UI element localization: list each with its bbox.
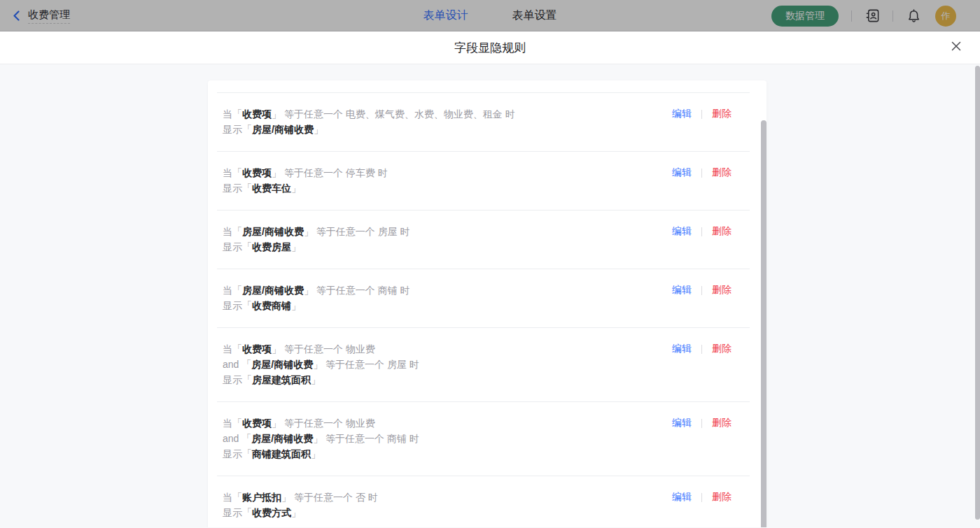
rule-text-segment: 」 (291, 507, 301, 518)
rule-row: 当「房屋/商铺收费」 等于任意一个 商铺 时显示「收费商铺」 编辑 删除 (217, 269, 750, 328)
contacts-icon[interactable] (864, 8, 880, 24)
rule-line: 当「房屋/商铺收费」 等于任意一个 商铺 时 (223, 283, 672, 298)
clipped-row (217, 80, 750, 93)
action-divider (701, 286, 702, 295)
rule-text-segment: 「 (232, 226, 242, 237)
delete-button[interactable]: 删除 (712, 225, 732, 238)
delete-button[interactable]: 删除 (712, 166, 732, 179)
divider (851, 10, 852, 22)
rule-text: 当「收费项」 等于任意一个 物业费and 「房屋/商铺收费」 等于任意一个 房屋… (217, 341, 672, 387)
action-divider (701, 227, 702, 236)
edit-button[interactable]: 编辑 (672, 343, 692, 355)
edit-button[interactable]: 编辑 (672, 166, 692, 179)
rule-text-segment: 等于任意一个 物业费 (281, 418, 375, 429)
avatar[interactable]: 作 (935, 6, 956, 27)
card-scrollbar-thumb[interactable] (761, 120, 766, 527)
rule-text-segment: 」 (311, 374, 321, 385)
rule-text-segment: 等于任意一个 商铺 时 (323, 433, 419, 444)
rule-text: 当「收费项」 等于任意一个 电费、煤气费、水费、物业费、租金 时显示「房屋/商铺… (217, 106, 672, 137)
data-manage-button[interactable]: 数据管理 (771, 6, 839, 27)
rule-text-segment: 「 (242, 507, 252, 518)
rule-text: 当「账户抵扣」 等于任意一个 否 时显示「收费方式」 (217, 490, 672, 520)
rule-line: and 「房屋/商铺收费」 等于任意一个 商铺 时 (223, 431, 672, 446)
rule-line: 显示「商铺建筑面积」 (223, 446, 672, 462)
rule-actions: 编辑 删除 (672, 283, 732, 298)
rule-text: 当「房屋/商铺收费」 等于任意一个 房屋 时显示「收费房屋」 (217, 224, 672, 255)
rule-text-segment: 」 (272, 343, 281, 355)
delete-button[interactable]: 删除 (712, 343, 732, 355)
edit-button[interactable]: 编辑 (672, 491, 692, 504)
rule-text-segment: 当 (223, 226, 232, 237)
modal-body: 当「收费项」 等于任意一个 电费、煤气费、水费、物业费、租金 时显示「房屋/商铺… (0, 64, 980, 527)
rule-text-segment: 等于任意一个 停车费 时 (281, 167, 388, 178)
close-icon (951, 41, 962, 55)
rule-text-segment: 显示 (223, 374, 242, 385)
field-name: 房屋/商铺收费 (252, 124, 314, 135)
back-icon (11, 10, 22, 21)
rule-row: 当「收费项」 等于任意一个 电费、煤气费、水费、物业费、租金 时显示「房屋/商铺… (217, 93, 750, 152)
rule-text-segment: 当 (223, 285, 232, 296)
rule-text: 当「收费项」 等于任意一个 物业费and 「房屋/商铺收费」 等于任意一个 商铺… (217, 415, 672, 462)
rule-text-segment: 当 (223, 108, 232, 120)
rule-text-segment: 「 (232, 492, 242, 503)
edit-button[interactable]: 编辑 (672, 225, 692, 238)
edit-button[interactable]: 编辑 (672, 108, 692, 120)
topbar-tabs: 表单设计 表单设置 (424, 0, 557, 31)
delete-button[interactable]: 删除 (712, 284, 732, 297)
modal-title: 字段显隐规则 (0, 31, 980, 64)
rule-text-segment: 」 (291, 183, 301, 194)
rule-text-segment: 显示 (223, 448, 242, 459)
rule-actions: 编辑 删除 (672, 165, 732, 180)
edit-button[interactable]: 编辑 (672, 284, 692, 297)
rule-text-segment: 」 (272, 418, 281, 429)
rule-text-segment: 「 (241, 359, 251, 370)
rule-text-segment: 显示 (223, 183, 242, 194)
form-name-label[interactable]: 收费管理 (28, 8, 70, 24)
field-name: 收费项 (242, 167, 272, 178)
action-divider (701, 419, 702, 428)
tab-form-design[interactable]: 表单设计 (424, 8, 468, 23)
field-name: 收费项 (242, 108, 272, 120)
field-name: 房屋/商铺收费 (251, 433, 313, 444)
back-button[interactable]: 收费管理 (11, 0, 70, 31)
rule-text: 当「房屋/商铺收费」 等于任意一个 商铺 时显示「收费商铺」 (217, 283, 672, 313)
rule-line: 当「账户抵扣」 等于任意一个 否 时 (223, 490, 672, 505)
rule-text-segment: 当 (223, 492, 232, 503)
rule-text-segment: 等于任意一个 房屋 时 (323, 359, 419, 370)
rule-text-segment: 「 (242, 374, 252, 385)
tab-form-settings[interactable]: 表单设置 (512, 8, 557, 23)
rule-line: 显示「收费车位」 (223, 180, 672, 196)
page-scrollbar-thumb[interactable] (975, 66, 980, 520)
delete-button[interactable]: 删除 (712, 491, 732, 504)
rule-text-segment: 「 (232, 418, 242, 429)
rule-actions: 编辑 删除 (672, 106, 732, 122)
rule-text-segment: 「 (232, 108, 242, 120)
action-divider (701, 493, 702, 502)
delete-button[interactable]: 删除 (712, 417, 732, 429)
action-divider (701, 345, 702, 354)
topbar-right: 数据管理 作 (771, 0, 956, 31)
close-button[interactable] (949, 41, 963, 55)
rules-list: 当「收费项」 等于任意一个 电费、煤气费、水费、物业费、租金 时显示「房屋/商铺… (208, 93, 766, 527)
delete-button[interactable]: 删除 (712, 108, 732, 120)
field-name: 商铺建筑面积 (252, 448, 311, 459)
edit-button[interactable]: 编辑 (672, 417, 692, 429)
rule-text-segment: 」 (314, 124, 323, 135)
rule-text-segment: 「 (232, 285, 242, 296)
rule-text-segment: 」 (291, 241, 301, 252)
bell-icon[interactable] (906, 8, 921, 24)
rule-text-segment: 」 (304, 285, 314, 296)
divider (892, 10, 893, 22)
rule-text-segment: 等于任意一个 物业费 (281, 343, 375, 355)
rule-actions: 编辑 删除 (672, 490, 732, 505)
rule-text-segment: 」 (313, 433, 323, 444)
field-name: 收费商铺 (252, 300, 291, 311)
action-divider (701, 110, 702, 119)
rule-text-segment: 」 (291, 300, 301, 311)
rule-text-segment: 等于任意一个 否 时 (291, 492, 378, 503)
rule-text-segment: 显示 (223, 507, 242, 518)
field-name: 房屋/商铺收费 (251, 359, 313, 370)
rule-line: 当「收费项」 等于任意一个 物业费 (223, 415, 672, 431)
rule-line: 显示「房屋建筑面积」 (223, 372, 672, 387)
rule-text-segment: 等于任意一个 房屋 时 (314, 226, 410, 237)
